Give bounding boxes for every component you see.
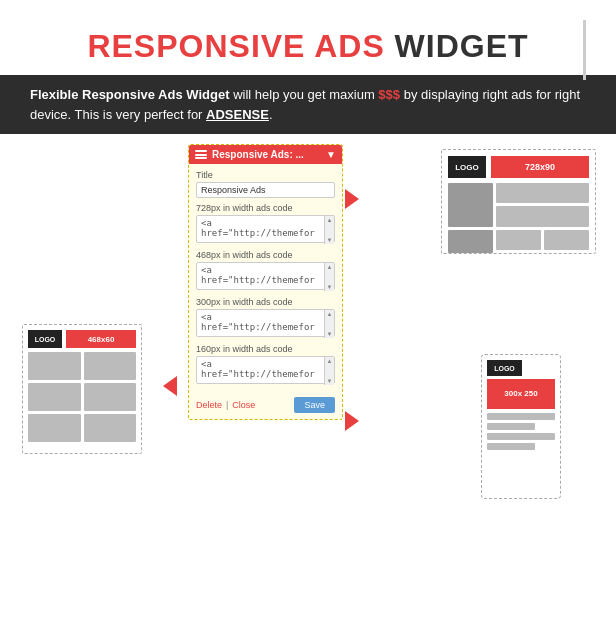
preview-large-logo: LOGO <box>448 156 486 178</box>
preview-phone-ad: 300x 250 <box>487 379 555 409</box>
widget-panel: Responsive Ads: ... ▼ Title 728px in wid… <box>188 144 343 420</box>
title-input[interactable] <box>196 182 335 198</box>
preview-large-grid <box>448 183 589 253</box>
footer-separator: | <box>226 400 228 410</box>
arrow-to-phone-preview <box>345 411 359 431</box>
grid-small-cell-5 <box>28 414 81 442</box>
header-divider <box>583 20 586 80</box>
grid-cell-2 <box>496 183 589 203</box>
code-300-wrap: <a href="http://themefor ▲ ▼ <box>196 309 335 339</box>
preview-small-banner: 468x60 <box>66 330 136 348</box>
preview-small-grid <box>28 352 136 442</box>
subtitle-bold: Flexible Responsive Ads Widget <box>30 87 230 102</box>
grid-small-cell-6 <box>84 414 137 442</box>
phone-line-2 <box>487 423 535 430</box>
grid-small-cell-4 <box>84 383 137 411</box>
code-160-textarea[interactable]: <a href="http://themefor <box>196 356 335 384</box>
preview-phone: LOGO 300x 250 <box>481 354 561 499</box>
grid-cell-3 <box>496 206 589 226</box>
scrollbar-300[interactable]: ▲ ▼ <box>324 310 334 338</box>
preview-large-banner: 728x90 <box>491 156 589 178</box>
arrow-to-small-preview <box>163 376 177 396</box>
code-468-wrap: <a href="http://themefor ▲ ▼ <box>196 262 335 292</box>
menu-icon <box>195 150 207 159</box>
grid-small-cell-3 <box>28 383 81 411</box>
grid-cell-4 <box>448 230 493 253</box>
code-160-wrap: <a href="http://themefor ▲ ▼ <box>196 356 335 386</box>
subtitle-end: . <box>269 107 273 122</box>
preview-small-header: LOGO 468x60 <box>28 330 136 348</box>
scrollbar-down-icon-4: ▼ <box>327 378 333 384</box>
widget-body: Title 728px in width ads code <a href="h… <box>189 164 342 392</box>
scrollbar-down-icon-3: ▼ <box>327 331 333 337</box>
widget-title: Responsive Ads: ... <box>212 149 326 160</box>
dropdown-arrow-icon[interactable]: ▼ <box>326 149 336 160</box>
close-link[interactable]: Close <box>232 400 255 410</box>
preview-small: LOGO 468x60 <box>22 324 142 454</box>
title-accent: RESPONSIVE ADS <box>87 28 384 64</box>
scrollbar-down-icon-2: ▼ <box>327 284 333 290</box>
preview-phone-lines <box>487 413 555 450</box>
code-728-wrap: <a href="http://themefor ▲ ▼ <box>196 215 335 245</box>
page-title: RESPONSIVE ADS WIDGET <box>20 28 596 65</box>
code-160-label: 160px in width ads code <box>196 344 335 354</box>
scrollbar-728[interactable]: ▲ ▼ <box>324 216 334 244</box>
grid-cell-6 <box>544 230 589 250</box>
arrow-to-large-preview <box>345 189 359 209</box>
title-label: Title <box>196 170 335 180</box>
widget-header: Responsive Ads: ... ▼ <box>189 145 342 164</box>
grid-cell-1 <box>448 183 493 227</box>
preview-large-header: LOGO 728x90 <box>448 156 589 178</box>
grid-small-cell-2 <box>84 352 137 380</box>
preview-small-logo: LOGO <box>28 330 62 348</box>
phone-line-3 <box>487 433 555 440</box>
widget-footer: Delete | Close Save <box>189 392 342 419</box>
phone-line-1 <box>487 413 555 420</box>
subtitle-text1: will help you get maxium <box>230 87 379 102</box>
title-normal: WIDGET <box>385 28 529 64</box>
diagram-area: Responsive Ads: ... ▼ Title 728px in wid… <box>0 144 616 504</box>
code-728-textarea[interactable]: <a href="http://themefor <box>196 215 335 243</box>
delete-link[interactable]: Delete <box>196 400 222 410</box>
subtitle-adsense: ADSENSE <box>206 107 269 122</box>
subtitle-dollar: $$$ <box>378 87 400 102</box>
save-button[interactable]: Save <box>294 397 335 413</box>
scrollbar-up-icon-4: ▲ <box>327 358 333 364</box>
preview-phone-logo: LOGO <box>487 360 522 376</box>
code-728-label: 728px in width ads code <box>196 203 335 213</box>
grid-small-cell-1 <box>28 352 81 380</box>
scrollbar-up-icon-3: ▲ <box>327 311 333 317</box>
preview-large: LOGO 728x90 <box>441 149 596 254</box>
code-300-label: 300px in width ads code <box>196 297 335 307</box>
scrollbar-down-icon: ▼ <box>327 237 333 243</box>
code-300-textarea[interactable]: <a href="http://themefor <box>196 309 335 337</box>
scrollbar-468[interactable]: ▲ ▼ <box>324 263 334 291</box>
header: RESPONSIVE ADS WIDGET <box>0 0 616 75</box>
code-468-label: 468px in width ads code <box>196 250 335 260</box>
grid-cell-5 <box>496 230 541 250</box>
scrollbar-up-icon-2: ▲ <box>327 264 333 270</box>
subtitle-bar: Flexible Responsive Ads Widget will help… <box>0 75 616 134</box>
scrollbar-up-icon: ▲ <box>327 217 333 223</box>
phone-line-4 <box>487 443 535 450</box>
code-468-textarea[interactable]: <a href="http://themefor <box>196 262 335 290</box>
scrollbar-160[interactable]: ▲ ▼ <box>324 357 334 385</box>
